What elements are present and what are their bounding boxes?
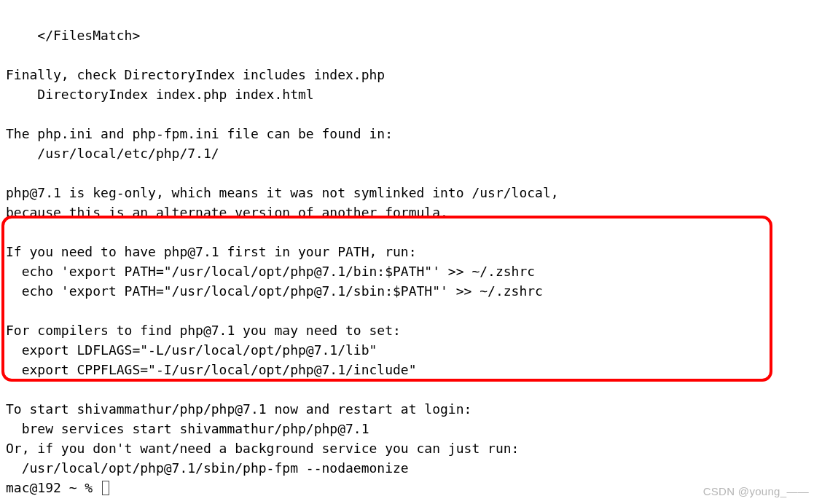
output-line: </FilesMatch> [6,28,140,43]
output-line: export CPPFLAGS="-I/usr/local/opt/php@7.… [6,362,417,377]
output-line: Or, if you don't want/need a background … [6,441,519,456]
output-line: php@7.1 is keg-only, which means it was … [6,185,559,200]
output-line: echo 'export PATH="/usr/local/opt/php@7.… [6,264,535,279]
output-line: DirectoryIndex index.php index.html [6,87,314,102]
output-line: brew services start shivammathur/php/php… [6,421,369,436]
output-line: To start shivammathur/php/php@7.1 now an… [6,401,471,417]
terminal-output[interactable]: </FilesMatch> Finally, check DirectoryIn… [6,6,816,497]
output-line: /usr/local/opt/php@7.1/sbin/php-fpm --no… [6,460,409,476]
shell-prompt: mac@192 ~ % [6,480,101,495]
output-line: /usr/local/etc/php/7.1/ [6,146,219,161]
output-line: export LDFLAGS="-L/usr/local/opt/php@7.1… [6,342,377,358]
output-line: Finally, check DirectoryIndex includes i… [6,67,385,82]
watermark-text: CSDN @young_—— [703,484,809,500]
output-line: If you need to have php@7.1 first in you… [6,244,417,259]
cursor-icon [102,481,109,495]
output-line: The php.ini and php-fpm.ini file can be … [6,126,393,141]
output-line: because this is an alternate version of … [6,205,448,220]
output-line: For compilers to find php@7.1 you may ne… [6,323,401,338]
output-line: echo 'export PATH="/usr/local/opt/php@7.… [6,283,543,299]
